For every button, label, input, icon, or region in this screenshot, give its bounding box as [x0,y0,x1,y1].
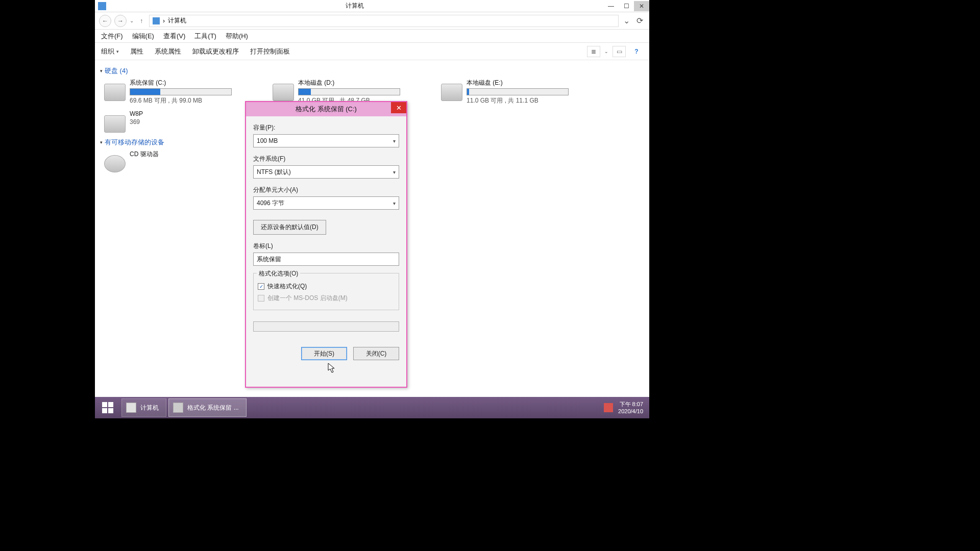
breadcrumb-sep: › [163,17,165,24]
taskbar-clock[interactable]: 下午 8:07 2020/4/10 [618,400,643,415]
properties-button[interactable]: 属性 [130,47,143,56]
view-options-dropdown[interactable]: ⌄ [604,49,608,54]
dialog-titlebar[interactable]: 格式化 系统保留 (C:) ✕ [246,102,406,116]
close-dialog-button[interactable]: 关闭(C) [353,347,399,360]
drive-d-label: 本地磁盘 (D:) [298,79,410,87]
dialog-close-button[interactable]: ✕ [391,102,406,113]
address-dropdown[interactable]: ⌄ [622,16,631,26]
group-hard-drives[interactable]: ▾ 硬盘 (4) [100,66,644,76]
drive-c[interactable]: 系统保留 (C:) 69.6 MB 可用 , 共 99.0 MB [104,79,242,105]
menu-file[interactable]: 文件(F) [101,32,123,41]
format-progress-bar [253,321,399,332]
start-button[interactable] [95,397,120,418]
hdd-icon [273,84,294,101]
nav-history-dropdown[interactable]: ⌄ [130,18,134,23]
taskbar-item-explorer[interactable]: 计算机 [121,398,166,417]
drive-d-usage-bar [298,88,400,95]
cd-drive-label: CD 驱动器 [130,150,242,159]
allocation-select[interactable]: 4096 字节 [253,196,399,210]
clock-date: 2020/4/10 [618,408,643,415]
drive-c-stats: 69.6 MB 可用 , 共 99.0 MB [130,96,242,105]
maximize-button[interactable]: ☐ [619,1,634,11]
drive-e-usage-bar [467,88,569,95]
capacity-label: 容量(P): [253,123,399,132]
nav-back-button[interactable]: ← [99,15,111,27]
minimize-button[interactable]: — [603,1,619,11]
hdd-icon [104,84,126,101]
drive-w8p-label: W8P [130,110,242,117]
hdd-icon [441,84,462,101]
windows-logo-icon [102,402,114,414]
drive-e[interactable]: 本地磁盘 (E:) 11.0 GB 可用 , 共 11.1 GB [441,79,579,105]
drive-icon [173,403,183,413]
svg-rect-1 [108,402,113,407]
computer-icon [153,17,160,24]
group-hdd-label: 硬盘 (4) [105,66,128,76]
refresh-button[interactable]: ⟳ [634,15,645,27]
window-titlebar: 计算机 — ☐ ✕ [95,0,649,12]
system-properties-button[interactable]: 系统属性 [155,47,181,56]
cd-icon [104,155,126,172]
start-button[interactable]: 开始(S) [301,347,347,360]
drive-w8p[interactable]: W8P 369 [104,110,242,133]
system-tray: 下午 8:07 2020/4/10 [604,400,649,415]
clock-time: 下午 8:07 [618,400,643,408]
command-bar: 组织 属性 系统属性 卸载或更改程序 打开控制面板 ≣ ⌄ ▭ ? [95,43,649,60]
organize-button[interactable]: 组织 [101,47,119,56]
svg-rect-3 [108,408,113,413]
menu-tools[interactable]: 工具(T) [194,32,216,41]
format-options-group: 格式化选项(O) ✓ 快速格式化(Q) 创建一个 MS-DOS 启动盘(M) [253,273,399,310]
volume-label-label: 卷标(L) [253,242,399,251]
menu-help[interactable]: 帮助(H) [226,32,248,41]
taskbar-format-label: 格式化 系统保留 ... [187,404,239,412]
help-button[interactable]: ? [630,46,643,57]
app-icon [98,2,106,10]
format-options-label: 格式化选项(O) [257,269,300,278]
address-bar[interactable]: › 计算机 [149,15,619,27]
drive-c-label: 系统保留 (C:) [130,79,242,87]
collapse-icon: ▾ [100,140,103,145]
nav-forward-button[interactable]: → [114,15,127,27]
group-removable-label: 有可移动存储的设备 [105,138,164,147]
nav-bar: ← → ⌄ ↑ › 计算机 ⌄ ⟳ [95,12,649,30]
tray-app-icon[interactable] [604,403,613,412]
volume-label-input[interactable] [253,253,399,266]
svg-rect-2 [102,408,107,413]
checkbox-disabled-icon [258,295,264,302]
quick-format-checkbox[interactable]: ✓ 快速格式化(Q) [258,282,395,291]
checkbox-checked-icon: ✓ [258,283,264,290]
drive-e-label: 本地磁盘 (E:) [467,79,579,87]
explorer-icon [126,403,136,413]
menu-view[interactable]: 查看(V) [163,32,185,41]
window-title: 计算机 [106,2,603,10]
drive-w8p-stats: 369 [130,118,242,126]
restore-defaults-button[interactable]: 还原设备的默认值(D) [253,220,326,235]
menu-bar: 文件(F) 编辑(E) 查看(V) 工具(T) 帮助(H) [95,30,649,43]
breadcrumb-computer[interactable]: 计算机 [168,16,186,25]
hdd-icon [104,115,126,133]
msdos-boot-label: 创建一个 MS-DOS 启动盘(M) [267,294,348,303]
filesystem-label: 文件系统(F) [253,155,399,163]
open-control-panel-button[interactable]: 打开控制面板 [250,47,290,56]
msdos-boot-checkbox: 创建一个 MS-DOS 启动盘(M) [258,294,395,303]
preview-pane-button[interactable]: ▭ [612,46,626,57]
cd-drive[interactable]: CD 驱动器 [104,150,242,172]
view-options-button[interactable]: ≣ [587,46,600,57]
drive-c-usage-bar [130,88,232,95]
taskbar-explorer-label: 计算机 [140,404,159,412]
allocation-label: 分配单元大小(A) [253,186,399,194]
nav-up-button[interactable]: ↑ [137,16,146,26]
capacity-select[interactable]: 100 MB [253,134,399,147]
format-dialog: 格式化 系统保留 (C:) ✕ 容量(P): 100 MB 文件系统(F) NT… [245,101,407,388]
close-button[interactable]: ✕ [634,1,649,11]
taskbar-item-format[interactable]: 格式化 系统保留 ... [168,398,247,417]
taskbar: 计算机 格式化 系统保留 ... 下午 8:07 2020/4/10 [95,397,649,418]
quick-format-label: 快速格式化(Q) [267,282,307,291]
uninstall-programs-button[interactable]: 卸载或更改程序 [192,47,239,56]
svg-rect-0 [102,402,107,407]
drive-e-stats: 11.0 GB 可用 , 共 11.1 GB [467,96,579,105]
collapse-icon: ▾ [100,68,103,73]
menu-edit[interactable]: 编辑(E) [132,32,154,41]
dialog-title: 格式化 系统保留 (C:) [296,105,357,114]
filesystem-select[interactable]: NTFS (默认) [253,165,399,179]
